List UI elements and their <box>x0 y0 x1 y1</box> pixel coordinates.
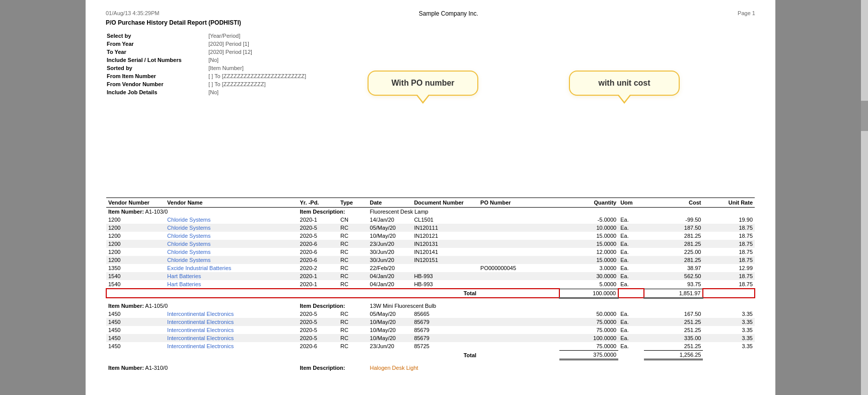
po-number <box>478 272 559 280</box>
vendor-name: Intercontinental Electronics <box>165 318 298 326</box>
table-row: 1450 Intercontinental Electronics 2020-5… <box>106 326 755 334</box>
uom: Ea. <box>618 272 644 280</box>
meta-label: Select by <box>107 32 207 39</box>
cost: 251.25 <box>644 326 703 334</box>
vendor-num: 1540 <box>106 272 165 280</box>
quantity: 12.0000 <box>559 248 618 256</box>
meta-value: [2020] Period [1] <box>208 40 306 47</box>
item-header-row: Item Number: A1-310/0 Item Description: … <box>106 364 755 372</box>
scrollbar[interactable] <box>861 0 868 395</box>
date: 10/May/20 <box>368 326 412 334</box>
quantity: 75.0000 <box>559 342 618 351</box>
cost: 251.25 <box>644 318 703 326</box>
col-header-unit: Unit Rate <box>703 198 755 208</box>
table-row: 1450 Intercontinental Electronics 2020-5… <box>106 310 755 318</box>
unit-rate: 3.35 <box>703 310 755 318</box>
section-gap <box>106 298 755 302</box>
po-number <box>478 256 559 264</box>
total-qty: 375.0000 <box>559 351 618 360</box>
po-number <box>478 216 559 224</box>
vendor-name: Intercontinental Electronics <box>165 342 298 351</box>
meta-row: Include Serial / Lot Numbers[No] <box>107 56 306 63</box>
po-number <box>478 310 559 318</box>
yr-pd: 2020-1 <box>298 216 339 224</box>
total-spacer-po <box>478 351 559 360</box>
meta-label: From Vendor Number <box>107 81 207 88</box>
yr-pd: 2020-2 <box>298 264 339 272</box>
total-uom <box>618 351 644 360</box>
vendor-num: 1200 <box>106 232 165 240</box>
vendor-name: Intercontinental Electronics <box>165 310 298 318</box>
uom: Ea. <box>618 224 644 232</box>
total-cost: 1,256.25 <box>644 351 703 360</box>
section-gap <box>106 360 755 364</box>
doc-number: IN120131 <box>412 240 478 248</box>
yr-pd: 2020-6 <box>298 256 339 264</box>
vendor-name: Chloride Systems <box>165 216 298 224</box>
vendor-name: Chloride Systems <box>165 256 298 264</box>
unit-rate: 18.75 <box>703 280 755 289</box>
quantity: 3.0000 <box>559 264 618 272</box>
report-header: 01/Aug/13 4:35:29PM Sample Company Inc. … <box>106 10 755 17</box>
quantity: 75.0000 <box>559 326 618 334</box>
page-number: Page 1 <box>738 10 755 16</box>
yr-pd: 2020-5 <box>298 310 339 318</box>
table-row: 1200 Chloride Systems 2020-6 RC 30/Jun/2… <box>106 256 755 264</box>
total-cost: 1,851.97 <box>644 289 703 298</box>
doc-number <box>412 264 478 272</box>
unit-rate: 3.35 <box>703 326 755 334</box>
vendor-name: Chloride Systems <box>165 224 298 232</box>
cost: 281.25 <box>644 256 703 264</box>
yr-pd: 2020-5 <box>298 326 339 334</box>
yr-pd: 2020-5 <box>298 224 339 232</box>
vendor-num: 1200 <box>106 248 165 256</box>
type: RC <box>338 272 368 280</box>
table-area: Vendor Number Vendor Name Yr. -Pd. Type … <box>106 198 755 376</box>
meta-value: [ ] To [ZZZZZZZZZZZZ] <box>208 81 306 88</box>
cost: 335.00 <box>644 334 703 342</box>
table-row: 1200 Chloride Systems 2020-6 RC 30/Jun/2… <box>106 248 755 256</box>
vendor-num: 1200 <box>106 256 165 264</box>
total-label: Total <box>106 351 478 360</box>
cost: 93.75 <box>644 280 703 289</box>
meta-row: Include Job Details[No] <box>107 89 306 96</box>
section-gap <box>106 372 755 376</box>
scrollbar-thumb[interactable] <box>861 101 868 131</box>
vendor-num: 1450 <box>106 334 165 342</box>
doc-number: 85665 <box>412 310 478 318</box>
type: RC <box>338 310 368 318</box>
meta-value: [2020] Period [12] <box>208 48 306 55</box>
cost: 562.50 <box>644 272 703 280</box>
type: RC <box>338 264 368 272</box>
cost: 281.25 <box>644 240 703 248</box>
date: 10/May/20 <box>368 232 412 240</box>
type: RC <box>338 342 368 351</box>
date: 05/May/20 <box>368 224 412 232</box>
total-qty: 100.0000 <box>559 289 618 298</box>
vendor-num: 1450 <box>106 318 165 326</box>
meta-row: Sorted by[Item Number] <box>107 64 306 72</box>
item-desc-value: 13W Mini Fluorescent Bulb <box>368 302 755 310</box>
vendor-name: Intercontinental Electronics <box>165 326 298 334</box>
uom: Ea. <box>618 280 644 289</box>
date: 30/Jun/20 <box>368 248 412 256</box>
quantity: 30.0000 <box>559 272 618 280</box>
quantity: 15.0000 <box>559 256 618 264</box>
item-number-label: Item Number: A1-310/0 <box>106 364 298 372</box>
cost: 225.00 <box>644 248 703 256</box>
type: RC <box>338 240 368 248</box>
unit-rate: 18.75 <box>703 224 755 232</box>
meta-value: [No] <box>208 56 306 63</box>
vendor-num: 1200 <box>106 240 165 248</box>
unit-rate: 18.75 <box>703 240 755 248</box>
cost: 187.50 <box>644 224 703 232</box>
callout-unit: with unit cost <box>569 71 680 96</box>
item-header-row: Item Number: A1-105/0 Item Description: … <box>106 302 755 310</box>
type: CN <box>338 216 368 224</box>
po-number: PO000000045 <box>478 264 559 272</box>
total-row: Total 100.0000 1,851.97 <box>106 289 755 298</box>
vendor-name: Excide Industrial Batteries <box>165 264 298 272</box>
total-uom <box>618 289 644 298</box>
po-number <box>478 280 559 289</box>
cost: 167.50 <box>644 310 703 318</box>
